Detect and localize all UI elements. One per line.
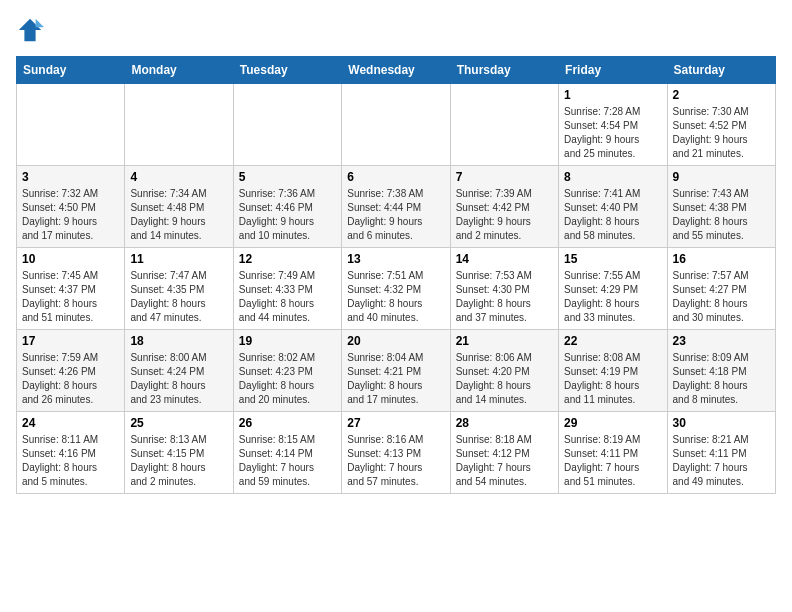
calendar-cell: 16Sunrise: 7:57 AMSunset: 4:27 PMDayligh… bbox=[667, 248, 775, 330]
day-number: 27 bbox=[347, 416, 444, 430]
day-info: Sunrise: 8:15 AMSunset: 4:14 PMDaylight:… bbox=[239, 433, 336, 489]
calendar-cell: 20Sunrise: 8:04 AMSunset: 4:21 PMDayligh… bbox=[342, 330, 450, 412]
calendar-cell: 27Sunrise: 8:16 AMSunset: 4:13 PMDayligh… bbox=[342, 412, 450, 494]
day-number: 8 bbox=[564, 170, 661, 184]
day-number: 25 bbox=[130, 416, 227, 430]
calendar-cell: 26Sunrise: 8:15 AMSunset: 4:14 PMDayligh… bbox=[233, 412, 341, 494]
day-number: 22 bbox=[564, 334, 661, 348]
day-number: 16 bbox=[673, 252, 770, 266]
day-number: 5 bbox=[239, 170, 336, 184]
calendar-cell: 10Sunrise: 7:45 AMSunset: 4:37 PMDayligh… bbox=[17, 248, 125, 330]
day-number: 20 bbox=[347, 334, 444, 348]
calendar-cell bbox=[342, 84, 450, 166]
calendar-cell: 9Sunrise: 7:43 AMSunset: 4:38 PMDaylight… bbox=[667, 166, 775, 248]
day-info: Sunrise: 7:51 AMSunset: 4:32 PMDaylight:… bbox=[347, 269, 444, 325]
calendar-cell: 22Sunrise: 8:08 AMSunset: 4:19 PMDayligh… bbox=[559, 330, 667, 412]
calendar-week-2: 3Sunrise: 7:32 AMSunset: 4:50 PMDaylight… bbox=[17, 166, 776, 248]
day-number: 13 bbox=[347, 252, 444, 266]
day-info: Sunrise: 7:41 AMSunset: 4:40 PMDaylight:… bbox=[564, 187, 661, 243]
calendar-cell: 29Sunrise: 8:19 AMSunset: 4:11 PMDayligh… bbox=[559, 412, 667, 494]
day-number: 4 bbox=[130, 170, 227, 184]
day-info: Sunrise: 7:57 AMSunset: 4:27 PMDaylight:… bbox=[673, 269, 770, 325]
calendar-week-4: 17Sunrise: 7:59 AMSunset: 4:26 PMDayligh… bbox=[17, 330, 776, 412]
day-info: Sunrise: 8:11 AMSunset: 4:16 PMDaylight:… bbox=[22, 433, 119, 489]
day-info: Sunrise: 7:32 AMSunset: 4:50 PMDaylight:… bbox=[22, 187, 119, 243]
calendar-cell: 11Sunrise: 7:47 AMSunset: 4:35 PMDayligh… bbox=[125, 248, 233, 330]
calendar-cell: 1Sunrise: 7:28 AMSunset: 4:54 PMDaylight… bbox=[559, 84, 667, 166]
calendar-cell: 18Sunrise: 8:00 AMSunset: 4:24 PMDayligh… bbox=[125, 330, 233, 412]
day-info: Sunrise: 8:00 AMSunset: 4:24 PMDaylight:… bbox=[130, 351, 227, 407]
calendar-cell: 4Sunrise: 7:34 AMSunset: 4:48 PMDaylight… bbox=[125, 166, 233, 248]
calendar-cell: 25Sunrise: 8:13 AMSunset: 4:15 PMDayligh… bbox=[125, 412, 233, 494]
day-info: Sunrise: 8:04 AMSunset: 4:21 PMDaylight:… bbox=[347, 351, 444, 407]
day-number: 10 bbox=[22, 252, 119, 266]
logo bbox=[16, 16, 48, 44]
day-info: Sunrise: 7:38 AMSunset: 4:44 PMDaylight:… bbox=[347, 187, 444, 243]
calendar-cell: 14Sunrise: 7:53 AMSunset: 4:30 PMDayligh… bbox=[450, 248, 558, 330]
calendar-cell: 15Sunrise: 7:55 AMSunset: 4:29 PMDayligh… bbox=[559, 248, 667, 330]
day-number: 24 bbox=[22, 416, 119, 430]
day-info: Sunrise: 8:02 AMSunset: 4:23 PMDaylight:… bbox=[239, 351, 336, 407]
day-info: Sunrise: 8:21 AMSunset: 4:11 PMDaylight:… bbox=[673, 433, 770, 489]
day-info: Sunrise: 7:39 AMSunset: 4:42 PMDaylight:… bbox=[456, 187, 553, 243]
calendar-cell: 28Sunrise: 8:18 AMSunset: 4:12 PMDayligh… bbox=[450, 412, 558, 494]
day-number: 26 bbox=[239, 416, 336, 430]
day-number: 11 bbox=[130, 252, 227, 266]
calendar-cell: 3Sunrise: 7:32 AMSunset: 4:50 PMDaylight… bbox=[17, 166, 125, 248]
calendar-table: SundayMondayTuesdayWednesdayThursdayFrid… bbox=[16, 56, 776, 494]
calendar-cell bbox=[450, 84, 558, 166]
calendar-cell: 12Sunrise: 7:49 AMSunset: 4:33 PMDayligh… bbox=[233, 248, 341, 330]
day-number: 14 bbox=[456, 252, 553, 266]
day-number: 3 bbox=[22, 170, 119, 184]
day-info: Sunrise: 7:55 AMSunset: 4:29 PMDaylight:… bbox=[564, 269, 661, 325]
day-info: Sunrise: 8:06 AMSunset: 4:20 PMDaylight:… bbox=[456, 351, 553, 407]
calendar-week-3: 10Sunrise: 7:45 AMSunset: 4:37 PMDayligh… bbox=[17, 248, 776, 330]
day-header-friday: Friday bbox=[559, 57, 667, 84]
day-number: 12 bbox=[239, 252, 336, 266]
calendar-cell: 17Sunrise: 7:59 AMSunset: 4:26 PMDayligh… bbox=[17, 330, 125, 412]
calendar-cell bbox=[125, 84, 233, 166]
day-number: 23 bbox=[673, 334, 770, 348]
day-number: 9 bbox=[673, 170, 770, 184]
day-header-wednesday: Wednesday bbox=[342, 57, 450, 84]
day-header-sunday: Sunday bbox=[17, 57, 125, 84]
day-info: Sunrise: 7:53 AMSunset: 4:30 PMDaylight:… bbox=[456, 269, 553, 325]
calendar-cell: 13Sunrise: 7:51 AMSunset: 4:32 PMDayligh… bbox=[342, 248, 450, 330]
day-info: Sunrise: 8:08 AMSunset: 4:19 PMDaylight:… bbox=[564, 351, 661, 407]
day-info: Sunrise: 7:49 AMSunset: 4:33 PMDaylight:… bbox=[239, 269, 336, 325]
day-info: Sunrise: 8:16 AMSunset: 4:13 PMDaylight:… bbox=[347, 433, 444, 489]
calendar-cell: 6Sunrise: 7:38 AMSunset: 4:44 PMDaylight… bbox=[342, 166, 450, 248]
day-number: 29 bbox=[564, 416, 661, 430]
day-number: 21 bbox=[456, 334, 553, 348]
day-header-saturday: Saturday bbox=[667, 57, 775, 84]
day-info: Sunrise: 7:47 AMSunset: 4:35 PMDaylight:… bbox=[130, 269, 227, 325]
day-number: 30 bbox=[673, 416, 770, 430]
svg-marker-1 bbox=[36, 19, 44, 27]
day-number: 6 bbox=[347, 170, 444, 184]
logo-icon bbox=[16, 16, 44, 44]
day-info: Sunrise: 8:19 AMSunset: 4:11 PMDaylight:… bbox=[564, 433, 661, 489]
page-header bbox=[16, 16, 776, 44]
day-info: Sunrise: 8:13 AMSunset: 4:15 PMDaylight:… bbox=[130, 433, 227, 489]
calendar-week-5: 24Sunrise: 8:11 AMSunset: 4:16 PMDayligh… bbox=[17, 412, 776, 494]
day-header-tuesday: Tuesday bbox=[233, 57, 341, 84]
calendar-header-row: SundayMondayTuesdayWednesdayThursdayFrid… bbox=[17, 57, 776, 84]
day-number: 15 bbox=[564, 252, 661, 266]
calendar-cell bbox=[233, 84, 341, 166]
calendar-cell: 23Sunrise: 8:09 AMSunset: 4:18 PMDayligh… bbox=[667, 330, 775, 412]
calendar-cell: 21Sunrise: 8:06 AMSunset: 4:20 PMDayligh… bbox=[450, 330, 558, 412]
day-info: Sunrise: 7:30 AMSunset: 4:52 PMDaylight:… bbox=[673, 105, 770, 161]
day-info: Sunrise: 7:36 AMSunset: 4:46 PMDaylight:… bbox=[239, 187, 336, 243]
calendar-cell: 2Sunrise: 7:30 AMSunset: 4:52 PMDaylight… bbox=[667, 84, 775, 166]
calendar-cell: 8Sunrise: 7:41 AMSunset: 4:40 PMDaylight… bbox=[559, 166, 667, 248]
day-info: Sunrise: 7:28 AMSunset: 4:54 PMDaylight:… bbox=[564, 105, 661, 161]
day-header-thursday: Thursday bbox=[450, 57, 558, 84]
day-info: Sunrise: 7:59 AMSunset: 4:26 PMDaylight:… bbox=[22, 351, 119, 407]
calendar-body: 1Sunrise: 7:28 AMSunset: 4:54 PMDaylight… bbox=[17, 84, 776, 494]
calendar-cell: 24Sunrise: 8:11 AMSunset: 4:16 PMDayligh… bbox=[17, 412, 125, 494]
day-number: 2 bbox=[673, 88, 770, 102]
calendar-cell: 7Sunrise: 7:39 AMSunset: 4:42 PMDaylight… bbox=[450, 166, 558, 248]
calendar-cell: 19Sunrise: 8:02 AMSunset: 4:23 PMDayligh… bbox=[233, 330, 341, 412]
calendar-cell bbox=[17, 84, 125, 166]
day-info: Sunrise: 7:45 AMSunset: 4:37 PMDaylight:… bbox=[22, 269, 119, 325]
